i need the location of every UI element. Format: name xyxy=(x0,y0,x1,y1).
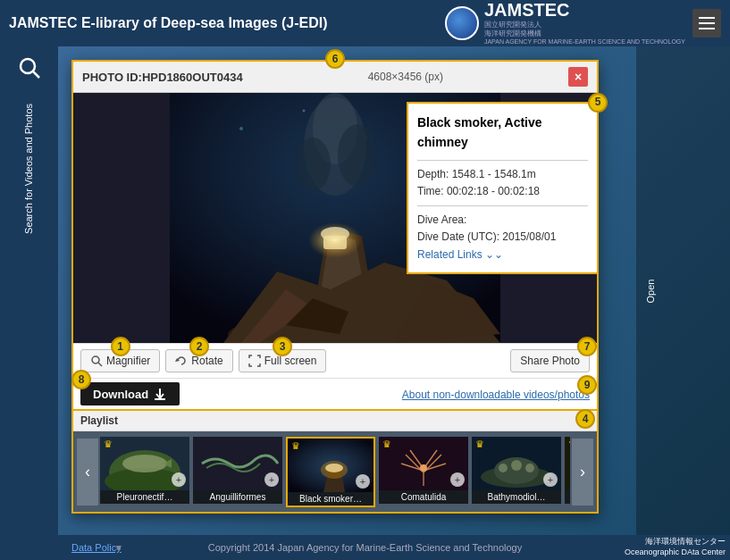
playlist-label-wrap: 4 Playlist xyxy=(73,411,597,431)
annotation-8: 8 xyxy=(71,370,91,389)
crown-icon-2: ♛ xyxy=(291,440,300,452)
svg-point-10 xyxy=(295,138,331,191)
footer-copyright: Copyright 2014 Japan Agency for Marine-E… xyxy=(208,542,522,553)
playlist-thumb-3: ♛ + xyxy=(379,437,468,490)
playlist-item-label-4: Bathymodiol… xyxy=(472,490,561,504)
photo-info-row: 5 Black smoker, Active chimney Depth: 15… xyxy=(73,93,597,343)
crown-icon-0: ♛ xyxy=(104,439,113,450)
related-links[interactable]: Related Links ⌄⌄ xyxy=(417,247,588,263)
magnifier-wrap: 1 Magnifier xyxy=(80,349,160,372)
crown-icon-5b: ♛ xyxy=(568,439,570,450)
svg-line-1 xyxy=(33,71,39,78)
annotation-9: 9 xyxy=(577,375,597,395)
plus-icon-1: + xyxy=(264,472,279,487)
annotation-5: 5 xyxy=(588,93,608,113)
svg-point-21 xyxy=(308,222,362,258)
svg-point-30 xyxy=(122,455,167,472)
playlist-items: ♛ + Pleuronectif… xyxy=(100,437,570,507)
annotation-4: 4 xyxy=(575,409,595,429)
logo-circle xyxy=(445,6,479,40)
playlist-thumb-1: + xyxy=(193,437,282,490)
plus-icon-2: + xyxy=(356,474,370,489)
fullscreen-wrap: 3 Full screen xyxy=(239,349,327,372)
playlist-item-4[interactable]: ♛ + Bathymodiol… xyxy=(472,437,561,507)
playlist-label: Playlist xyxy=(73,411,597,431)
playlist-next-button[interactable]: › xyxy=(572,439,593,506)
data-policy-link[interactable]: Data Policy xyxy=(71,542,122,553)
logo-subtitle: 国立研究開発法人 海洋研究開発機構 JAPAN AGENCY FOR MARIN… xyxy=(484,21,685,46)
svg-point-11 xyxy=(338,124,377,187)
download-wrap: 8 Download xyxy=(80,382,180,405)
controls-bar: 1 Magnifier 2 xyxy=(73,343,597,378)
info-panel: 5 Black smoker, Active chimney Depth: 15… xyxy=(407,102,599,274)
magnifier-icon xyxy=(90,355,103,367)
logo-text-block: JAMSTEC 国立研究開発法人 海洋研究開発機構 JAPAN AGENCY F… xyxy=(484,0,685,46)
annotation-2: 2 xyxy=(189,337,209,356)
svg-point-51 xyxy=(511,460,522,471)
info-time: Time: 00:02:18 - 00:02:18 xyxy=(417,183,588,200)
menu-button[interactable] xyxy=(692,9,721,38)
share-button[interactable]: Share Photo xyxy=(510,349,590,372)
download-bar: 8 Download 9 xyxy=(73,378,597,409)
menu-icon-line3 xyxy=(699,28,715,29)
playlist-thumb-2: ♛ + xyxy=(288,439,373,492)
photo-dimensions: 4608×3456 (px) xyxy=(368,71,443,83)
svg-point-50 xyxy=(499,464,508,472)
annotation-3: 3 xyxy=(273,337,292,356)
playlist-item-0[interactable]: ♛ + Pleuronectif… xyxy=(100,437,189,507)
info-divider-2 xyxy=(417,205,588,206)
photo-modal: PHOTO ID:HPD1860OUT0434 4608×3456 (px) × xyxy=(71,60,599,514)
svg-point-5 xyxy=(303,110,306,113)
content-area: PHOTO ID:HPD1860OUT0434 4608×3456 (px) × xyxy=(58,46,730,535)
fullscreen-icon xyxy=(248,355,261,367)
menu-icon-line2 xyxy=(699,22,715,24)
info-title: Black smoker, Active chimney xyxy=(417,113,588,153)
share-wrap: 7 Share Photo xyxy=(510,349,590,372)
svg-point-52 xyxy=(525,464,534,472)
close-button[interactable]: × xyxy=(568,67,588,87)
svg-point-4 xyxy=(239,127,243,130)
info-dive-date: Dive Date (UTC): 2015/08/01 xyxy=(417,229,588,246)
search-icon-button[interactable] xyxy=(17,55,42,86)
playlist-item-5[interactable]: ♛ ♛ Ba… xyxy=(565,437,570,507)
jamstec-logo: JAMSTEC 国立研究開発法人 海洋研究開発機構 JAPAN AGENCY F… xyxy=(445,0,685,46)
download-button[interactable]: Download xyxy=(80,382,180,405)
annotation-6: 6 xyxy=(325,49,345,69)
playlist-item-label-2: Black smoker… xyxy=(288,492,373,506)
footer: Data Policy ■ Copyright 2014 Japan Agenc… xyxy=(0,535,730,560)
playlist-prev-button[interactable]: ‹ xyxy=(77,439,98,506)
svg-point-22 xyxy=(92,356,99,364)
annotation-1: 1 xyxy=(111,337,130,356)
playlist-item-label-5: Ba… xyxy=(565,490,570,504)
crown-icon-4: ♛ xyxy=(475,439,484,450)
menu-icon-line1 xyxy=(699,17,715,19)
header-right: JAMSTEC 国立研究開発法人 海洋研究開発機構 JAPAN AGENCY F… xyxy=(445,0,721,46)
right-overlay: Open xyxy=(636,46,730,535)
playlist-item-2[interactable]: ♛ + Black smoker… xyxy=(286,437,375,507)
playlist-item-label-1: Anguilliformes xyxy=(193,490,282,504)
rotate-wrap: 2 Rotate xyxy=(165,349,232,372)
plus-icon-4: + xyxy=(543,472,558,487)
crown-icon-3: ♛ xyxy=(382,439,391,450)
playlist-item-label-3: Comatulida xyxy=(379,490,468,504)
footer-data-center: 海洋環境情報センターOceanographic DAta Center xyxy=(625,537,726,557)
info-divider-1 xyxy=(417,160,588,161)
playlist-item-1[interactable]: + Anguilliformes xyxy=(193,437,282,507)
sidebar-search-label: Search for Videos and Photos xyxy=(22,104,36,234)
app-title: JAMSTEC E-library of Deep-sea Images (J-… xyxy=(9,15,328,31)
svg-point-37 xyxy=(321,461,348,479)
sidebar: Search for Videos and Photos xyxy=(0,46,58,535)
svg-point-0 xyxy=(21,59,35,73)
info-depth: Depth: 1548.1 - 1548.1m xyxy=(417,166,588,183)
photo-id: PHOTO ID:HPD1860OUT0434 xyxy=(82,71,243,84)
download-icon xyxy=(153,387,167,401)
svg-line-23 xyxy=(98,363,102,366)
svg-point-46 xyxy=(420,464,427,472)
playlist-item-3[interactable]: ♛ + Comatulida xyxy=(379,437,468,507)
plus-icon-3: + xyxy=(450,472,465,487)
playlist-item-label-0: Pleuronectif… xyxy=(100,490,189,504)
header: JAMSTEC E-library of Deep-sea Images (J-… xyxy=(0,0,730,46)
playlist-strip: ‹ xyxy=(73,431,597,512)
playlist-thumb-4: ♛ + xyxy=(472,437,561,490)
non-downloadable-link[interactable]: About non-downloadable videos/photos xyxy=(402,389,590,401)
